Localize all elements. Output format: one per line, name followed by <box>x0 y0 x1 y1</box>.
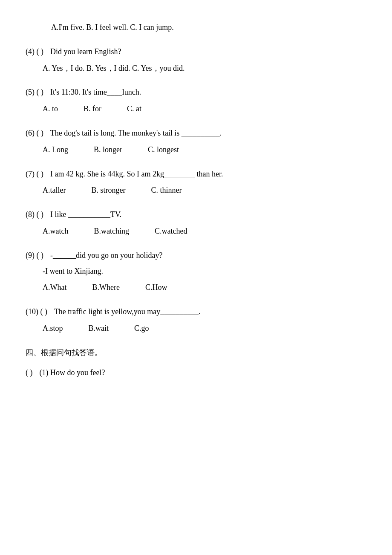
q6-answer-blank: ( ) <box>37 127 49 139</box>
question-9-line: (9) ( ) -______did you go on your holida… <box>26 249 366 262</box>
q7-answer-blank: ( ) <box>37 168 49 180</box>
question-4-line: (4) ( ) Did you learn English? <box>26 46 366 58</box>
question-10-block: (10) ( ) The traffic light is yellow,you… <box>26 306 366 335</box>
q6-number: (6) <box>26 129 35 137</box>
q5-option-c: C. at <box>127 103 141 115</box>
q4-options-text: A. Yes，I do. B. Yes，I did. C. Yes，you di… <box>43 64 185 72</box>
q8-answer-blank: ( ) <box>37 208 49 221</box>
question-5-line: (5) ( ) It's 11:30. It's time____lunch. <box>26 86 366 98</box>
q7-text: I am 42 kg. She is 44kg. So I am 2kg____… <box>50 170 223 178</box>
q9-number: (9) <box>26 251 35 260</box>
q10-option-a: A.stop <box>43 322 63 335</box>
q7-option-b: B. stronger <box>91 184 125 197</box>
q8-text: I like ___________TV. <box>50 210 121 219</box>
q4-answer-blank: ( ) <box>37 46 49 58</box>
q4-text: Did you learn English? <box>50 47 121 56</box>
section-4-block: 四、根据问句找答语。 ( ) (1) How do you feel? <box>26 347 366 379</box>
q7-option-a: A.taller <box>43 184 66 197</box>
q10-option-b: B.wait <box>89 322 109 335</box>
q10-options: A.stop B.wait C.go <box>26 322 366 335</box>
question-7-block: (7) ( ) I am 42 kg. She is 44kg. So I am… <box>26 168 366 197</box>
question-6-block: (6) ( ) The dog's tail is long. The monk… <box>26 127 366 156</box>
q9-option-b: B.Where <box>92 281 119 294</box>
s4q1-answer-blank: ( ) <box>26 367 37 379</box>
q5-number: (5) <box>26 88 35 96</box>
question-7-line: (7) ( ) I am 42 kg. She is 44kg. So I am… <box>26 168 366 180</box>
question-4-block: (4) ( ) Did you learn English? A. Yes，I … <box>26 46 366 75</box>
top-options: A.I'm five. B. I feel well. C. I can jum… <box>34 21 366 34</box>
q10-text: The traffic light is yellow,you may_____… <box>54 307 201 316</box>
q6-option-b: B. longer <box>94 144 122 156</box>
q10-answer-blank: ( ) <box>40 306 52 318</box>
section-4-title: 四、根据问句找答语。 <box>26 347 366 359</box>
q9-text: -______did you go on your holiday? <box>50 251 162 260</box>
q8-option-c: C.watched <box>155 225 187 237</box>
q9-answer-blank: ( ) <box>37 249 49 262</box>
q7-options: A.taller B. stronger C. thinner <box>26 184 366 197</box>
question-9-block: (9) ( ) -______did you go on your holida… <box>26 249 366 294</box>
q9-option-c: C.How <box>145 281 167 294</box>
s4q1-text: (1) How do you feel? <box>40 368 105 377</box>
q9-sub-text: -I went to Xinjiang. <box>43 267 103 275</box>
q6-options: A. Long B. longer C. longest <box>26 144 366 156</box>
q7-option-c: C. thinner <box>151 184 182 197</box>
q8-option-a: A.watch <box>43 225 68 237</box>
q6-option-c: C. longest <box>148 144 179 156</box>
q5-options: A. to B. for C. at <box>26 103 366 115</box>
q8-option-b: B.watching <box>94 225 129 237</box>
top-answer-line: A.I'm five. B. I feel well. C. I can jum… <box>26 21 366 34</box>
q4-options: A. Yes，I do. B. Yes，I did. C. Yes，you di… <box>26 62 366 75</box>
section-4-q1-line: ( ) (1) How do you feel? <box>26 367 366 379</box>
q9-option-a: A.What <box>43 281 66 294</box>
q7-number: (7) <box>26 170 35 178</box>
question-5-block: (5) ( ) It's 11:30. It's time____lunch. … <box>26 86 366 115</box>
question-6-line: (6) ( ) The dog's tail is long. The monk… <box>26 127 366 139</box>
q6-text: The dog's tail is long. The monkey's tai… <box>50 129 222 137</box>
q5-option-a: A. to <box>43 103 58 115</box>
question-10-line: (10) ( ) The traffic light is yellow,you… <box>26 306 366 318</box>
q5-text: It's 11:30. It's time____lunch. <box>50 88 141 96</box>
q9-subtext: -I went to Xinjiang. <box>26 265 366 278</box>
q4-number: (4) <box>26 47 35 56</box>
q5-option-b: B. for <box>84 103 101 115</box>
q6-option-a: A. Long <box>43 144 68 156</box>
q8-options: A.watch B.watching C.watched <box>26 225 366 237</box>
top-option-text: A.I'm five. B. I feel well. C. I can jum… <box>51 23 174 32</box>
question-8-block: (8) ( ) I like ___________TV. A.watch B.… <box>26 208 366 237</box>
q8-number: (8) <box>26 210 35 219</box>
q9-options: A.What B.Where C.How <box>26 281 366 294</box>
q10-option-c: C.go <box>134 322 149 335</box>
q10-number: (10) <box>26 307 38 316</box>
q5-answer-blank: ( ) <box>37 86 49 98</box>
question-8-line: (8) ( ) I like ___________TV. <box>26 208 366 221</box>
